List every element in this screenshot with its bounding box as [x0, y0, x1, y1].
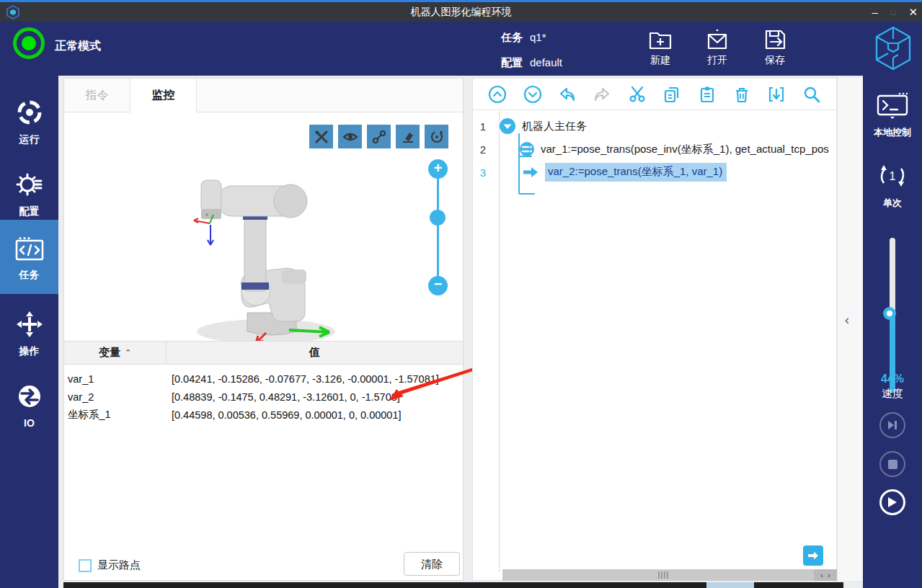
io-icon: [16, 383, 43, 410]
sidebar-item-io[interactable]: IO: [0, 373, 58, 429]
speed-slider[interactable]: [890, 238, 895, 393]
robot-3d-view[interactable]: [181, 169, 340, 347]
tab-instruction[interactable]: 指令: [64, 79, 130, 112]
scroll-left-icon[interactable]: ‹: [820, 571, 823, 579]
step-button[interactable]: [879, 412, 905, 438]
scroll-right-icon[interactable]: ›: [828, 571, 830, 579]
rotate-icon: [430, 130, 444, 144]
minimize-button[interactable]: –: [872, 6, 877, 18]
sidebar-item-task[interactable]: 任务: [0, 220, 58, 294]
column-variable-label: 变量: [99, 346, 120, 360]
status-indicator-icon: [13, 27, 45, 59]
sidebar-item-run[interactable]: 运行: [0, 89, 58, 146]
code-text-selected: var_2:=pose_trans(坐标系_1, var_1): [545, 163, 727, 182]
title-bar: 机器人图形化编程环境 – □ ✕: [0, 0, 922, 22]
code-window-icon: [14, 236, 45, 262]
new-label: 新建: [639, 54, 682, 67]
single-run-label: 单次: [863, 197, 922, 210]
variable-table-header: 变量 ⌃ 值: [64, 341, 463, 365]
show-waypoints-label: 显示路点: [97, 558, 141, 572]
arrow-statement-icon: [522, 166, 539, 179]
tab-monitor[interactable]: 监控: [130, 79, 197, 112]
panel-collapse-strip: ‹: [837, 78, 863, 581]
close-button[interactable]: ✕: [908, 6, 918, 19]
line-number: 1: [473, 120, 493, 133]
speed-slider-handle[interactable]: [883, 307, 896, 320]
delete-button[interactable]: [732, 84, 752, 104]
variable-name: var_2: [64, 391, 167, 403]
code-line-2[interactable]: 2 var_1:=pose_trans(pose_inv(坐标系_1), get…: [473, 138, 829, 160]
zoom-handle[interactable]: [430, 210, 446, 226]
arrow-right-icon: [807, 551, 819, 561]
sidebar-item-config[interactable]: 配置: [0, 161, 58, 218]
sidebar-item-label: 运行: [0, 133, 58, 146]
play-button[interactable]: [879, 489, 905, 515]
single-cycle-icon: 1: [877, 161, 908, 191]
speed-label: 速度: [863, 387, 922, 401]
collapse-panel-button[interactable]: ‹: [845, 313, 849, 328]
bottom-edge: [63, 582, 843, 588]
save-icon: [762, 27, 788, 52]
scrollbar-buttons[interactable]: ‹›: [814, 569, 837, 581]
variable-value: [0.44598, 0.00536, 0.55969, 0.00001, 0, …: [167, 409, 463, 421]
zoom-track[interactable]: [437, 172, 439, 280]
tools-icon: [314, 130, 329, 144]
visibility-button[interactable]: [338, 125, 362, 148]
step-next-button[interactable]: [803, 545, 823, 566]
svg-text:1: 1: [890, 170, 896, 182]
cut-button[interactable]: [627, 84, 647, 104]
save-task-button[interactable]: 保存: [753, 27, 797, 67]
task-label: 任务: [501, 31, 523, 43]
variable-value: [0.48839, -0.1475, 0.48291, -3.12601, 0,…: [167, 391, 463, 403]
table-row[interactable]: 坐标系_1 [0.44598, 0.00536, 0.55969, 0.0000…: [64, 406, 463, 424]
code-line-3[interactable]: 3 var_2:=pose_trans(坐标系_1, var_1): [473, 161, 727, 183]
sidebar-item-operate[interactable]: 操作: [0, 300, 58, 358]
tool-frame-axes: [194, 215, 213, 245]
variable-value: [0.04241, -0.15286, -0.07677, -3.126, -0…: [167, 373, 463, 385]
open-file-icon: [704, 27, 730, 52]
zoom-out-button[interactable]: −: [428, 276, 448, 295]
clear-button[interactable]: 清除: [404, 552, 460, 576]
maximize-button[interactable]: □: [891, 8, 896, 17]
open-label: 打开: [696, 54, 739, 67]
local-control-button[interactable]: 本地控制: [863, 92, 922, 139]
stop-button[interactable]: [879, 451, 905, 477]
variable-name: 坐标系_1: [64, 408, 167, 422]
open-task-button[interactable]: 打开: [696, 27, 739, 67]
save-label: 保存: [753, 54, 797, 67]
program-tree-panel: 1 机器人主任务 2 var_1:=pose_trans(pose_inv(坐标…: [472, 78, 837, 581]
move-down-button[interactable]: [523, 84, 543, 104]
new-task-button[interactable]: 新建: [639, 27, 682, 67]
horizontal-scrollbar[interactable]: [502, 569, 814, 581]
move-up-button[interactable]: [487, 84, 507, 104]
code-text: 机器人主任务: [522, 120, 587, 133]
new-folder-icon: [647, 27, 673, 52]
column-value[interactable]: 值: [167, 342, 463, 364]
gear-icon: [16, 171, 43, 198]
paste-button[interactable]: [697, 84, 717, 104]
reset-view-button[interactable]: [425, 125, 448, 148]
insert-button[interactable]: [766, 84, 786, 104]
column-variable[interactable]: 变量 ⌃: [64, 342, 167, 364]
header: 正常模式 任务q1* 配置default 新建 打开 保存: [0, 22, 922, 76]
code-line-1[interactable]: 1 机器人主任务: [473, 115, 587, 137]
table-row[interactable]: var_1 [0.04241, -0.15286, -0.07677, -3.1…: [64, 370, 463, 388]
edit-toolbar: [473, 79, 836, 110]
redo-button[interactable]: [592, 84, 612, 104]
undo-button[interactable]: [557, 84, 577, 104]
copy-button[interactable]: [662, 84, 682, 104]
sidebar-item-label: IO: [0, 417, 58, 429]
column-value-label: 值: [309, 346, 320, 360]
search-button[interactable]: [802, 84, 822, 104]
config-label: 配置: [501, 56, 523, 68]
monitor-panel: 指令 监控: [63, 78, 464, 581]
collapse-node-icon[interactable]: [499, 117, 516, 135]
erase-button[interactable]: [396, 125, 420, 148]
single-run-button[interactable]: 1 单次: [863, 161, 922, 210]
tools-button[interactable]: [309, 125, 333, 148]
speed-value: 44%: [863, 373, 922, 386]
play-icon: [887, 496, 897, 508]
show-waypoints-checkbox[interactable]: [79, 559, 92, 572]
path-button[interactable]: [367, 125, 391, 148]
table-row[interactable]: var_2 [0.48839, -0.1475, 0.48291, -3.126…: [64, 388, 463, 406]
